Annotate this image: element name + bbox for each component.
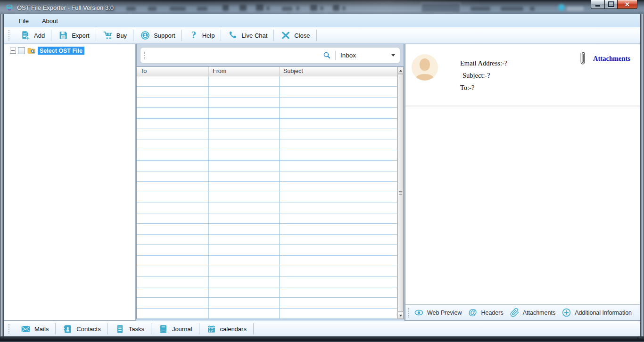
table-cell-to xyxy=(137,119,209,129)
tab-journal[interactable]: Journal xyxy=(151,321,199,336)
toolbar-button-support[interactable]: Support xyxy=(133,27,182,43)
titlebar-ghost xyxy=(320,6,323,10)
table-row[interactable] xyxy=(137,119,397,129)
maximize-button[interactable] xyxy=(605,0,618,9)
minimize-button[interactable] xyxy=(591,0,605,9)
table-row[interactable] xyxy=(137,108,397,118)
table-cell-subject xyxy=(280,98,397,107)
scroll-up-button[interactable] xyxy=(397,67,404,74)
table-cell-subject xyxy=(280,171,397,181)
table-cell-from xyxy=(209,277,280,286)
table-cell-subject xyxy=(280,161,397,171)
table-cell-subject xyxy=(280,129,397,139)
window-border-left xyxy=(0,14,4,336)
tab-contacts[interactable]: Contacts xyxy=(56,321,107,336)
preview-field-email-address: Email Address:-? xyxy=(460,59,507,67)
action-headers[interactable]: Headers xyxy=(467,308,508,318)
toolbar-button-add[interactable]: Add xyxy=(14,27,51,43)
action-additional-information[interactable]: Additional Information xyxy=(561,308,637,318)
table-row[interactable] xyxy=(137,266,397,277)
chevron-down-icon xyxy=(391,54,395,57)
table-row[interactable] xyxy=(137,171,397,182)
table-row[interactable] xyxy=(137,256,397,266)
table-cell-from xyxy=(209,139,280,149)
table-row[interactable] xyxy=(137,213,397,224)
tabbar-grip[interactable] xyxy=(8,324,9,334)
tree-expander-icon[interactable] xyxy=(10,48,16,54)
tab-mails[interactable]: Mails xyxy=(14,321,56,336)
tab-tasks[interactable]: Tasks xyxy=(108,321,151,336)
table-row[interactable] xyxy=(137,129,397,139)
actions-grip[interactable] xyxy=(408,308,409,318)
column-header-subject[interactable]: Subject xyxy=(280,67,392,76)
table-row[interactable] xyxy=(137,182,397,192)
contacts-icon xyxy=(63,324,73,334)
table-cell-from xyxy=(209,224,280,234)
search-strip: Inbox xyxy=(136,44,404,67)
table-cell-from xyxy=(209,129,280,139)
table-row[interactable] xyxy=(137,235,397,245)
table-row[interactable] xyxy=(137,277,397,287)
folder-dropdown[interactable]: Inbox xyxy=(340,52,396,59)
tab-calendars[interactable]: calendars xyxy=(199,321,254,336)
titlebar-ghost xyxy=(282,7,292,11)
column-header-to[interactable]: To xyxy=(137,67,209,76)
toolbar-button-help[interactable]: Help xyxy=(182,27,222,43)
tree-node-select-ost-file[interactable]: Select OST File xyxy=(10,46,84,55)
titlebar-ghost xyxy=(223,5,229,11)
preview-body xyxy=(405,106,640,304)
journal-icon xyxy=(158,324,168,334)
toolbar-button-close[interactable]: Close xyxy=(274,27,316,43)
toolbar-button-buy[interactable]: Buy xyxy=(96,27,133,43)
table-row[interactable] xyxy=(137,139,397,150)
column-header-from[interactable]: From xyxy=(209,67,280,76)
attachments-header[interactable]: Attachments xyxy=(578,50,630,67)
menu-item-file[interactable]: File xyxy=(13,16,34,26)
vertical-scrollbar[interactable] xyxy=(397,67,404,319)
table-cell-subject xyxy=(280,277,397,286)
searchbox-separator xyxy=(335,51,336,60)
avatar-head xyxy=(420,58,430,71)
toolbar-button-export[interactable]: Export xyxy=(51,27,96,43)
close-window-button[interactable]: ✕ xyxy=(618,0,637,9)
menu-item-about[interactable]: About xyxy=(36,16,64,26)
table-cell-to xyxy=(137,182,209,192)
table-row[interactable] xyxy=(137,150,397,161)
toolbar-grip[interactable] xyxy=(8,30,9,41)
main-toolbar: Add Export Buy Support xyxy=(4,27,640,44)
menu-bar: FileAbout xyxy=(4,14,640,27)
preview-header: Email Address:-?Subject:-?To:-? Attachme… xyxy=(405,44,640,106)
attachments-link[interactable]: Attachments xyxy=(593,55,630,63)
titlebar-ghost xyxy=(148,7,157,11)
table-row[interactable] xyxy=(137,98,397,108)
table-row[interactable] xyxy=(137,203,397,213)
table-cell-subject xyxy=(280,139,397,149)
titlebar-ghost xyxy=(170,7,186,11)
table-cell-from xyxy=(209,235,280,244)
search-icon[interactable] xyxy=(322,51,331,60)
scrollbar-thumb[interactable] xyxy=(397,74,404,312)
table-row[interactable] xyxy=(137,224,397,234)
table-row[interactable] xyxy=(137,287,397,298)
table-cell-subject xyxy=(280,203,397,213)
search-input[interactable] xyxy=(149,51,319,59)
table-row[interactable] xyxy=(137,245,397,255)
tree-node-label[interactable]: Select OST File xyxy=(38,47,84,55)
table-row[interactable] xyxy=(137,298,397,308)
table-row[interactable] xyxy=(137,87,397,97)
table-cell-subject xyxy=(280,192,397,202)
table-cell-from xyxy=(209,203,280,213)
action-web-preview[interactable]: Web Preview xyxy=(413,308,467,318)
table-row[interactable] xyxy=(137,76,397,87)
action-attachments[interactable]: Attachments xyxy=(509,308,561,318)
folder-search-icon xyxy=(27,46,36,55)
window-title: OST File Exporter - Full Version 3.0 xyxy=(17,4,114,11)
table-row[interactable] xyxy=(137,192,397,203)
titlebar-ghost xyxy=(567,7,584,11)
scroll-down-button[interactable] xyxy=(397,312,404,319)
table-row[interactable] xyxy=(137,309,397,319)
plus-icon xyxy=(561,308,571,318)
tree-checkbox[interactable] xyxy=(18,47,25,54)
table-row[interactable] xyxy=(137,161,397,171)
toolbar-button-live-chat[interactable]: Live Chat xyxy=(221,27,274,43)
